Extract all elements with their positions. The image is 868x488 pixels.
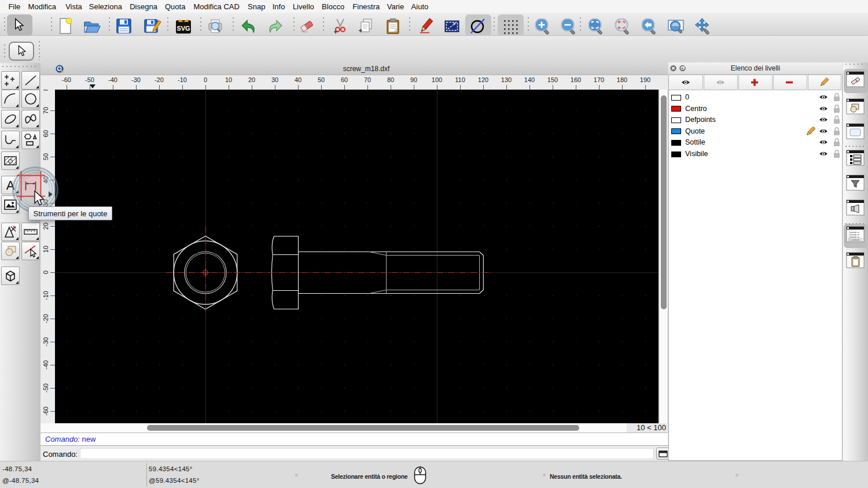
svg-text:Comando: nn: Comando: nn (849, 236, 859, 238)
svg-text:C: command: C: command (849, 239, 859, 241)
svg-text:SVG: SVG (176, 25, 190, 32)
